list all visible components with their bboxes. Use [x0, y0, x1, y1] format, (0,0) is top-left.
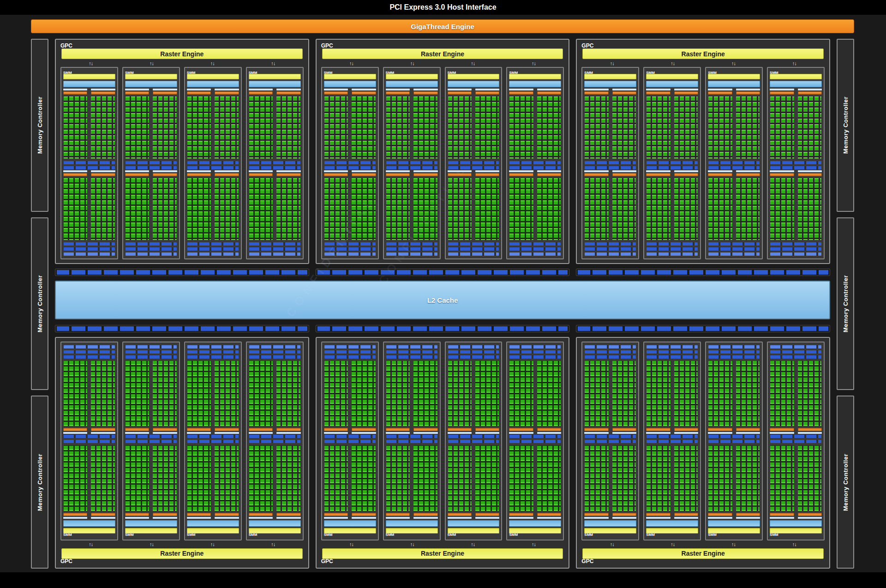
- instruction-buffer-segment: [276, 517, 300, 519]
- load-store-dash-row: [249, 355, 300, 359]
- load-store-dash-row: [585, 440, 636, 444]
- gpc-block: GPCRaster Engine↑↓↑↓↑↓↑↓SMMSMMSMMSMM: [576, 39, 830, 264]
- instruction-buffer-segment: [153, 89, 177, 90]
- warp-scheduler-segment: [276, 513, 300, 516]
- load-store-dash-row: [708, 166, 760, 169]
- warp-scheduler-segment: [584, 513, 608, 516]
- instruction-buffer-segment: [249, 170, 273, 172]
- instruction-buffer-row: [249, 517, 301, 519]
- load-store-dash-row: [770, 161, 821, 164]
- cuda-core-grid: [448, 96, 472, 159]
- load-store-dash-row: [448, 252, 499, 256]
- warp-scheduler-row: [448, 513, 500, 516]
- warp-scheduler-segment: [91, 428, 115, 432]
- cuda-core-grid: [276, 178, 300, 240]
- instruction-buffer-segment: [413, 517, 437, 519]
- cuda-core-grid: [386, 361, 410, 426]
- instruction-buffer-segment: [612, 170, 636, 172]
- instruction-buffer-segment: [584, 517, 608, 519]
- load-store-dash-row: [647, 345, 698, 348]
- load-store-dash-row: [64, 252, 115, 256]
- cuda-core-area: [187, 446, 239, 511]
- instruction-buffer-segment: [475, 432, 499, 434]
- cuda-core-grid: [324, 178, 348, 240]
- load-store-dash-row: [187, 242, 239, 246]
- arrow-up-down-icon: ↑↓: [410, 60, 414, 67]
- warp-scheduler-row: [770, 428, 822, 432]
- smm-block: SMM: [705, 342, 763, 540]
- smm-row: SMMSMMSMMSMM: [581, 342, 825, 540]
- warp-scheduler-row: [187, 513, 239, 516]
- cuda-core-grid: [509, 446, 533, 511]
- cuda-core-grid: [509, 96, 533, 159]
- warp-scheduler-segment: [187, 91, 211, 95]
- cuda-core-grid: [215, 96, 238, 159]
- cuda-core-grid: [187, 361, 211, 426]
- load-store-dash-row: [64, 242, 115, 246]
- l2-crossbar-dash-row: [55, 269, 309, 276]
- cuda-core-grid: [215, 361, 238, 426]
- cuda-core-area: [249, 361, 300, 426]
- cuda-core-grid: [647, 96, 670, 159]
- load-store-dash-row: [770, 166, 821, 169]
- instruction-buffer-row: [708, 170, 760, 172]
- arrow-up-down-icon: ↑↓: [471, 540, 475, 548]
- instruction-buffer-segment: [413, 170, 437, 172]
- pci-express-host-interface-bar: PCI Express 3.0 Host Interface: [0, 0, 886, 15]
- instruction-buffer-segment: [708, 432, 732, 434]
- load-store-dash-row: [64, 247, 115, 251]
- polymorph-engine-bar: [770, 74, 822, 79]
- cuda-core-grid: [91, 96, 114, 159]
- raster-smm-arrows: ↑↓↑↓↑↓↑↓: [321, 59, 564, 67]
- instruction-buffer-segment: [798, 89, 822, 90]
- instruction-buffer-segment: [276, 89, 300, 90]
- load-store-dash-row: [126, 440, 177, 444]
- load-store-dash-row: [249, 252, 300, 256]
- cuda-core-grid: [276, 96, 300, 159]
- instruction-buffer-row: [249, 170, 301, 172]
- instruction-buffer-segment: [798, 432, 822, 434]
- instruction-buffer-segment: [448, 432, 472, 434]
- warp-scheduler-segment: [153, 428, 177, 432]
- cuda-core-grid: [324, 96, 348, 159]
- arrow-up-down-icon: ↑↓: [271, 540, 275, 548]
- warp-scheduler-segment: [352, 428, 376, 432]
- cuda-core-grid: [798, 178, 821, 240]
- gpc-label: GPC: [581, 558, 593, 565]
- instruction-buffer-segment: [413, 432, 437, 434]
- cuda-core-area: [126, 178, 177, 240]
- warp-scheduler-row: [646, 173, 698, 176]
- load-store-dash-row: [324, 161, 376, 164]
- cuda-core-grid: [249, 446, 273, 511]
- instruction-buffer-row: [646, 89, 698, 90]
- smm-row: SMMSMMSMMSMM: [60, 342, 304, 540]
- memory-controller-label: Memory Controller: [842, 454, 849, 511]
- warp-scheduler-segment: [708, 173, 732, 176]
- instruction-buffer-row: [324, 432, 376, 434]
- cuda-core-area: [708, 446, 760, 511]
- warp-scheduler-row: [386, 428, 438, 432]
- load-store-dash-row: [647, 242, 698, 246]
- warp-scheduler-row: [646, 91, 698, 95]
- memory-controller-label: Memory Controller: [36, 275, 43, 332]
- cuda-core-grid: [91, 361, 114, 426]
- warp-scheduler-segment: [91, 173, 115, 176]
- load-store-dash-row: [770, 350, 821, 354]
- warp-scheduler-segment: [249, 173, 273, 176]
- cuda-core-grid: [352, 361, 375, 426]
- load-store-dash-row: [647, 252, 698, 256]
- instruction-buffer-row: [187, 170, 239, 172]
- cuda-core-area: [187, 178, 239, 240]
- smm-block: SMM: [767, 342, 825, 540]
- cuda-core-grid: [647, 446, 670, 511]
- warp-scheduler-segment: [448, 428, 472, 432]
- instruction-cache-bar: [386, 520, 438, 527]
- warp-scheduler-row: [708, 513, 760, 516]
- cuda-core-grid: [798, 361, 821, 426]
- instruction-buffer-segment: [612, 517, 636, 519]
- load-store-dash-row: [126, 247, 177, 251]
- instruction-buffer-segment: [736, 517, 760, 519]
- instruction-buffer-row: [448, 89, 500, 90]
- warp-scheduler-segment: [537, 91, 561, 95]
- load-store-dash-row: [126, 345, 177, 348]
